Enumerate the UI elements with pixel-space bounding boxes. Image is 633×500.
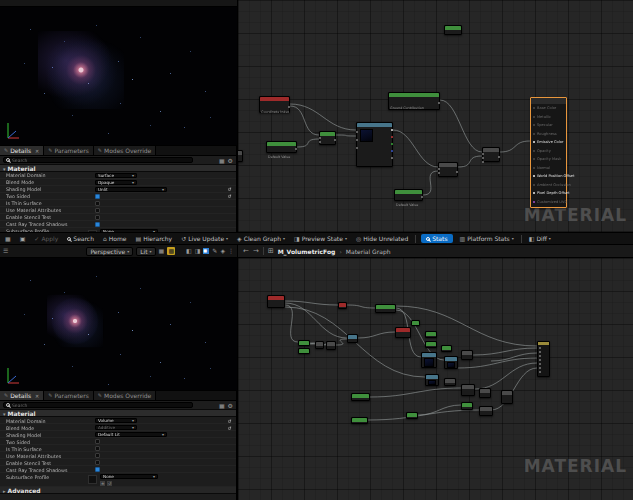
asset-dropdown[interactable]: None▾ (100, 474, 158, 479)
graph-node-n2[interactable] (375, 304, 396, 313)
dropdown-blend-mode[interactable]: Additive▾ (95, 425, 137, 430)
apply-button[interactable]: ✓Apply (32, 234, 60, 243)
grid-icon[interactable]: ⊞ (268, 248, 274, 255)
platform-stats-button[interactable]: ▥Platform Stats▾ (458, 234, 516, 243)
reset-to-default-icon[interactable]: ↺ (227, 187, 231, 193)
preview-viewport-bottom[interactable] (0, 258, 237, 390)
breadcrumb-asset[interactable]: M_VolumetricFog (278, 248, 336, 255)
checkbox-two-sided[interactable] (95, 439, 100, 444)
stats-button[interactable]: Stats (421, 234, 452, 243)
dropdown-material-domain[interactable]: Surface▾ (95, 173, 137, 178)
dropdown-shading-model[interactable]: Default Lit▾ (95, 432, 167, 437)
checkbox-cast-ray-traced-shadows[interactable] (95, 222, 100, 227)
category-material[interactable]: ▾Material (0, 410, 236, 417)
checkbox-use-material-attributes[interactable] (95, 208, 100, 213)
graph-node-n17[interactable] (444, 378, 456, 386)
graph-node-n25[interactable] (501, 390, 513, 404)
graph-node-density[interactable]: DensityDefault Value (266, 141, 297, 153)
dropdown-material-domain[interactable]: Volume▾ (95, 418, 137, 423)
split-left-icon[interactable]: ◧ (186, 248, 192, 254)
checkbox-is-thin-surface[interactable] (95, 201, 100, 206)
graph-node-n20[interactable] (461, 402, 473, 410)
graph-node-texture-sample[interactable]: Texture Sample (356, 122, 393, 167)
live-update-button[interactable]: ↺Live Update▾ (179, 234, 230, 243)
graph-node-vol-adv-output[interactable]: VolumetricAdvancedMaterialOutputGround C… (388, 92, 440, 110)
gear-icon[interactable]: ⚙ (228, 401, 233, 410)
close-icon[interactable]: ✕ (35, 148, 39, 154)
graph-node-n18[interactable] (461, 384, 475, 396)
graph-node-lerp[interactable]: Lerp (482, 147, 500, 162)
diff-button[interactable]: ◧Diff▾ (527, 234, 553, 243)
browse-button[interactable]: ▣ (18, 235, 28, 243)
graph-node-divide[interactable]: Divide (319, 131, 336, 145)
back-arrow-icon[interactable]: ← (243, 248, 249, 255)
tab-details[interactable]: ✎Details✕ (0, 146, 44, 155)
tab-parameters[interactable]: ✎Parameters (44, 146, 94, 155)
graph-node-n6[interactable] (326, 341, 336, 350)
reset-to-default-icon[interactable]: ↺ (227, 418, 231, 424)
graph-node-n22[interactable] (351, 393, 370, 401)
reset-to-default-icon[interactable]: ↺ (227, 425, 231, 431)
details-search-input[interactable]: Search (3, 157, 193, 163)
graph-node-n0[interactable] (267, 295, 285, 308)
graph-node-n15[interactable] (461, 350, 473, 360)
graph-node-n11[interactable] (425, 341, 437, 348)
graph-node-result[interactable]: M_VolumetricFogBase ColorMetallicSpecula… (530, 97, 567, 208)
graph-node-n16[interactable] (425, 374, 439, 386)
checkbox-use-material-attributes[interactable] (95, 453, 100, 458)
tab-modes-override[interactable]: ✎Modes Override (94, 391, 157, 400)
graph-node-n12[interactable] (421, 352, 437, 368)
lit-dropdown[interactable]: Lit▾ (136, 247, 155, 256)
graph-node-n10[interactable] (425, 331, 437, 338)
graph-node-brightness[interactable]: BrightnessDefault Value (394, 189, 423, 201)
split-right-icon[interactable]: ◨ (195, 248, 201, 254)
breadcrumb-page[interactable]: Material Graph (346, 248, 391, 255)
home-button[interactable]: ⌂Home (101, 234, 129, 243)
graph-node-n5[interactable] (315, 341, 324, 349)
graph-node-n8[interactable] (395, 327, 411, 338)
dropdown-blend-mode[interactable]: Opaque▾ (95, 180, 137, 185)
graph-node-n14[interactable] (444, 356, 458, 369)
graph-node-n24[interactable] (406, 412, 418, 419)
forward-arrow-icon[interactable]: → (253, 248, 259, 255)
graph-node-n3[interactable] (298, 340, 310, 346)
browse-asset-icon[interactable]: ⊕ (100, 481, 105, 486)
graph-node-n1[interactable] (338, 302, 347, 309)
use-selected-icon[interactable]: ↺ (107, 481, 112, 486)
clean-graph-button[interactable]: ◈Clean Graph▾ (235, 234, 287, 243)
graph-node-multiply[interactable]: Multiply (438, 162, 458, 177)
material-graph-top[interactable]: MATERIAL TexCoordCoordinate IndexVolumet… (237, 0, 633, 232)
perspective-dropdown[interactable]: Perspective▾ (86, 247, 133, 256)
preview-state-button[interactable]: ◨Preview State▾ (292, 234, 349, 243)
close-icon[interactable]: ✕ (35, 393, 39, 399)
filter-grid-icon[interactable]: ▦ (219, 401, 225, 410)
snap-icon[interactable]: ◈ (220, 248, 225, 254)
graph-node-n7[interactable] (347, 334, 358, 343)
edit-icon[interactable]: ✎ (212, 248, 217, 254)
graph-node-n13[interactable] (441, 345, 452, 352)
more-icon[interactable]: ⋮ (228, 248, 234, 254)
graph-node-n26[interactable] (537, 341, 550, 377)
tab-details[interactable]: ✎Details✕ (0, 391, 44, 400)
save-button[interactable]: ▦ (3, 235, 13, 243)
reset-to-default-icon[interactable]: ↺ (227, 194, 231, 200)
checkbox-two-sided[interactable] (95, 194, 100, 199)
gear-icon[interactable]: ⚙ (228, 156, 233, 165)
material-graph-bottom[interactable]: MATERIAL (237, 258, 633, 500)
realtime-icon[interactable]: ■ (203, 248, 209, 254)
hide-unrelated-button[interactable]: ◎Hide Unrelated (354, 234, 410, 243)
graph-node-n4[interactable] (298, 348, 310, 354)
preview-viewport[interactable] (0, 7, 237, 145)
filter-grid-icon[interactable]: ▦ (219, 156, 225, 165)
checkbox-is-thin-surface[interactable] (95, 446, 100, 451)
dropdown-shading-model[interactable]: Unlit▾ (95, 187, 167, 192)
graph-node-n19[interactable] (479, 388, 491, 398)
graph-node-mini-param[interactable] (444, 25, 462, 35)
details-search-input[interactable]: Search (3, 402, 193, 408)
category-material[interactable]: ▾Material (0, 165, 236, 172)
checkbox-enable-stencil-test[interactable] (95, 215, 100, 220)
graph-node-n23[interactable] (351, 417, 368, 424)
tab-modes-override[interactable]: ✎Modes Override (94, 146, 157, 155)
checkbox-cast-ray-traced-shadows[interactable] (95, 467, 100, 472)
category-advanced[interactable]: ▸Advanced (0, 487, 236, 494)
